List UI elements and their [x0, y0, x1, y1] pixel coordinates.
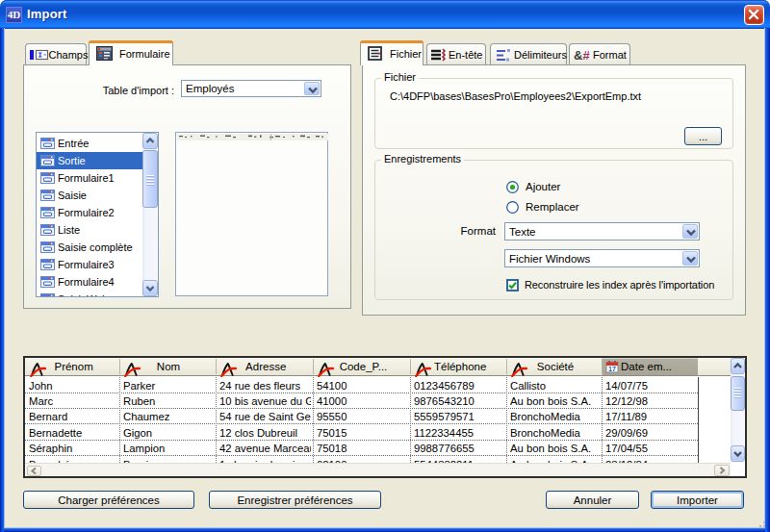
svg-text:17: 17 — [608, 366, 616, 372]
